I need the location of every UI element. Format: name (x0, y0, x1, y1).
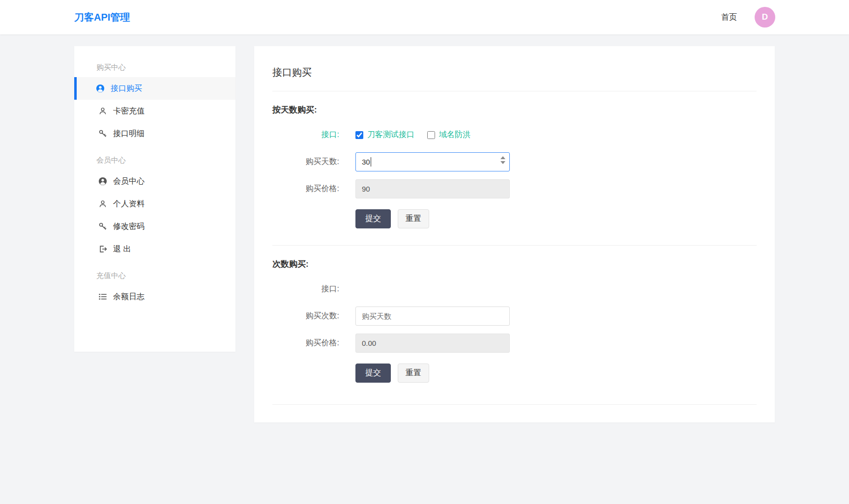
sidebar-item-member-center[interactable]: 会员中心 (74, 170, 235, 193)
sidebar-item-profile[interactable]: 个人资料 (74, 193, 235, 215)
day-section-heading: 按天数购买: (272, 104, 757, 115)
checkbox-label[interactable]: 域名防洪 (439, 130, 470, 140)
user-circle-icon (98, 177, 107, 186)
sidebar-item-label: 卡密充值 (113, 106, 145, 116)
sidebar-item-label: 退 出 (113, 244, 131, 254)
api-purchase-panel: 接口购买 按天数购买: 接口: 刀客测试接口 域名防洪 购买天数: (254, 46, 775, 422)
count-label: 购买次数: (272, 311, 339, 321)
checkbox-domain-flood[interactable]: 域名防洪 (427, 130, 470, 140)
sidebar: 购买中心 接口购买 卡密充值 接口明细 会员中心 会员中心 (74, 46, 235, 352)
count-price-row: 购买价格: (272, 334, 757, 353)
sidebar-item-api-purchase[interactable]: 接口购买 (74, 77, 235, 100)
days-label: 购买天数: (272, 157, 339, 167)
title-divider (272, 91, 757, 91)
sidebar-item-label: 接口购买 (111, 84, 142, 94)
sidebar-item-label: 个人资料 (113, 199, 145, 209)
api-checkbox-group: 刀客测试接口 域名防洪 (355, 130, 470, 140)
sidebar-item-card-recharge[interactable]: 卡密充值 (74, 100, 235, 122)
day-submit-button[interactable]: 提交 (355, 209, 391, 228)
home-link[interactable]: 首页 (721, 12, 737, 23)
checkbox-label[interactable]: 刀客测试接口 (367, 130, 414, 140)
user-circle-icon (96, 84, 105, 93)
sidebar-section-member-center: 会员中心 (74, 156, 235, 165)
sidebar-item-balance-log[interactable]: 余额日志 (74, 285, 235, 308)
section-divider (272, 245, 757, 246)
day-price-label: 购买价格: (272, 184, 339, 194)
count-submit-button[interactable]: 提交 (355, 364, 391, 383)
user-outline-icon (98, 107, 107, 115)
sidebar-item-label: 修改密码 (113, 222, 145, 232)
day-api-label: 接口: (272, 130, 339, 140)
day-api-row: 接口: 刀客测试接口 域名防洪 (272, 125, 757, 144)
spinner-up-icon[interactable] (500, 156, 505, 159)
text-caret (371, 157, 371, 167)
day-reset-button[interactable]: 重置 (398, 209, 429, 228)
checkbox-daoke-test-api[interactable]: 刀客测试接口 (355, 130, 414, 140)
count-api-row: 接口: (272, 280, 757, 299)
days-input-wrap (355, 152, 510, 171)
count-api-label: 接口: (272, 284, 339, 294)
daoke-test-api-checkbox[interactable] (355, 131, 363, 139)
top-header: 刀客API管理 首页 D (0, 0, 849, 34)
sidebar-item-change-password[interactable]: 修改密码 (74, 215, 235, 238)
count-section-heading: 次数购买: (272, 258, 757, 270)
day-count-row: 购买天数: (272, 152, 757, 171)
day-price-row: 购买价格: (272, 179, 757, 198)
spinner-down-icon[interactable] (500, 161, 505, 164)
count-price-input (355, 334, 510, 353)
count-reset-button[interactable]: 重置 (398, 364, 429, 383)
page-content: 购买中心 接口购买 卡密充值 接口明细 会员中心 会员中心 (0, 34, 849, 422)
count-input[interactable] (355, 307, 510, 326)
day-buttons-row: 提交 重置 (355, 206, 757, 233)
domain-flood-checkbox[interactable] (427, 131, 435, 139)
count-buttons-row: 提交 重置 (355, 361, 757, 388)
app-title[interactable]: 刀客API管理 (74, 11, 130, 24)
sidebar-item-label: 会员中心 (113, 176, 145, 187)
user-outline-icon (98, 199, 107, 208)
logout-icon (98, 245, 107, 253)
avatar[interactable]: D (755, 7, 775, 28)
list-icon (98, 292, 107, 301)
key-icon (98, 129, 107, 138)
number-spinner[interactable] (500, 156, 505, 164)
count-count-row: 购买次数: (272, 307, 757, 326)
day-price-input (355, 179, 510, 198)
key-icon (98, 222, 107, 231)
sidebar-item-label: 余额日志 (113, 292, 145, 302)
days-input[interactable] (355, 152, 510, 171)
sidebar-item-label: 接口明细 (113, 129, 145, 139)
sidebar-item-api-details[interactable]: 接口明细 (74, 122, 235, 145)
sidebar-section-recharge-center: 充值中心 (74, 271, 235, 280)
page-title: 接口购买 (272, 66, 757, 79)
header-right: 首页 D (721, 7, 775, 28)
sidebar-item-logout[interactable]: 退 出 (74, 238, 235, 260)
count-price-label: 购买价格: (272, 338, 339, 348)
sidebar-section-purchase-center: 购买中心 (74, 63, 235, 72)
bottom-divider (272, 404, 757, 405)
